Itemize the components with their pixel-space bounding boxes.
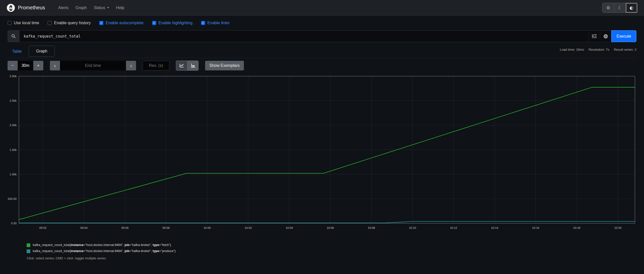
query-row: Execute [0,30,644,42]
checkbox-enable-query-history[interactable]: Enable query history [48,21,91,25]
contrast-icon: ◐ [630,5,633,10]
grid-lines [19,76,635,223]
result-series: Result series: 2 [614,48,636,51]
legend-hint: Click: select series, CMD + click: toggl… [27,256,636,260]
x-tick-label: 10:16 [532,226,539,229]
brand[interactable]: Prometheus [7,4,45,12]
x-tick-label: 10:10 [409,226,416,229]
theme-toggle-group: ⚙☾◐ [602,3,637,13]
checkbox-enable-linter[interactable]: ✓Enable linter [201,21,230,25]
prometheus-logo-icon [7,4,15,12]
checkbox-enable-highlighting[interactable]: ✓Enable highlighting [152,21,192,25]
globe-icon [603,34,608,39]
options-row: Use local timeEnable query history✓Enabl… [0,16,644,30]
x-tick-label: 10:20 [614,226,622,229]
nav-item-alerts[interactable]: Alerts [55,0,72,16]
brand-title: Prometheus [18,5,45,11]
x-tick-label: 09:58 [163,226,170,229]
chart-type-toggle [176,61,199,71]
tab-table[interactable]: Table [8,46,26,57]
query-input[interactable] [19,31,589,42]
x-tick-label: 10:12 [450,226,457,229]
legend-item[interactable]: kafka_request_count_total{instance="host… [27,249,636,253]
x-tick-label: 09:52 [39,226,47,229]
gear-theme-button[interactable]: ⚙ [602,3,614,13]
series-line-produce[interactable] [19,222,635,223]
nav-links: AlertsGraphStatusHelp [55,0,128,16]
chart-area: 0.00500.001.00k1.50k2.00k2.50k3.00k09:52… [8,75,636,239]
y-tick-label: 1.50k [10,148,17,151]
checkbox-checked-icon: ✓ [152,21,156,25]
graph-canvas[interactable]: 0.00500.001.00k1.50k2.00k2.50k3.00k09:52… [8,75,636,238]
end-time-input[interactable] [60,61,126,70]
x-tick-label: 10:06 [327,226,334,229]
globe-button[interactable] [600,31,611,42]
nav-item-help[interactable]: Help [113,0,128,16]
caret-down-icon [107,7,109,8]
x-tick-label: 10:00 [204,226,211,229]
legend: kafka_request_count_total{instance="host… [27,243,636,253]
moon-theme-button[interactable]: ☾ [614,3,626,13]
range-increase-button[interactable]: + [33,61,43,70]
search-icon [11,34,16,38]
metrics-explorer-icon [592,34,597,38]
series-line-fetch[interactable] [19,87,635,220]
execute-button[interactable]: Execute [611,30,636,42]
checkbox-checked-icon: ✓ [201,21,205,25]
endtime-group: ‹ › [50,61,136,70]
time-back-button[interactable]: ‹ [50,61,60,70]
tab-graph[interactable]: Graph [29,46,54,57]
resolution-input[interactable] [143,61,169,70]
checkbox-enable-autocomplete[interactable]: ✓Enable autocomplete [99,21,143,25]
time-forward-button[interactable]: › [126,61,136,70]
legend-item[interactable]: kafka_request_count_total{instance="host… [27,243,636,247]
graph-controls: − + ‹ › [8,61,636,71]
legend-series-name: kafka_request_count_total{instance="host… [33,243,171,247]
y-tick-label: 3.00k [10,75,17,78]
x-axis-labels: 09:5209:5409:5609:5810:0010:0210:0410:06… [39,226,622,229]
legend-swatch [27,243,30,247]
x-tick-label: 10:02 [245,226,252,229]
x-tick-label: 09:56 [121,226,129,229]
checkbox-checked-icon: ✓ [99,21,103,25]
checkbox-use-local-time[interactable]: Use local time [8,21,39,25]
checkbox-unchecked-icon [8,21,12,25]
x-tick-label: 10:04 [286,226,293,229]
contrast-theme-button[interactable]: ◐ [626,3,637,13]
nav-item-status[interactable]: Status [90,0,112,16]
check-icon: ✓ [153,21,155,24]
y-tick-label: 500.00 [8,197,17,200]
stacked-chart-icon [191,64,195,68]
checkbox-unchecked-icon [48,21,52,25]
y-tick-label: 0.00 [11,222,17,225]
range-decrease-button[interactable]: − [8,61,18,70]
y-tick-label: 2.00k [10,124,17,127]
x-tick-label: 10:14 [491,226,498,229]
range-input[interactable] [18,61,33,70]
x-tick-label: 10:08 [368,226,375,229]
query-stats: Load time: 16ms Resolution: 7s Result se… [560,48,636,51]
navbar: Prometheus AlertsGraphStatusHelp ⚙☾◐ [0,0,644,16]
query-group: Execute [8,30,636,42]
show-exemplars-button[interactable]: Show Exemplars [205,61,244,70]
y-tick-label: 1.00k [10,173,17,176]
tabs-row: TableGraph Load time: 16ms Resolution: 7… [0,42,644,57]
x-tick-label: 10:18 [573,226,581,229]
gear-icon: ⚙ [606,5,610,10]
graph-panel: − + ‹ › [8,58,636,260]
tabs: TableGraph [8,46,55,57]
check-icon: ✓ [100,21,103,24]
nav-item-graph[interactable]: Graph [72,0,90,16]
metrics-explorer-button[interactable] [589,31,600,42]
legend-swatch [27,250,30,253]
load-time: Load time: 16ms [560,48,584,51]
search-icon-box [8,31,19,42]
x-tick-label: 09:54 [80,226,88,229]
moon-icon: ☾ [618,5,622,10]
stacked-chart-button[interactable] [187,61,198,70]
y-tick-label: 2.50k [10,99,17,102]
range-group: − + [8,61,43,70]
resolution: Resolution: 7s [589,48,609,51]
line-chart-button[interactable] [176,61,187,70]
y-axis-labels: 0.00500.001.00k1.50k2.00k2.50k3.00k [8,75,17,225]
